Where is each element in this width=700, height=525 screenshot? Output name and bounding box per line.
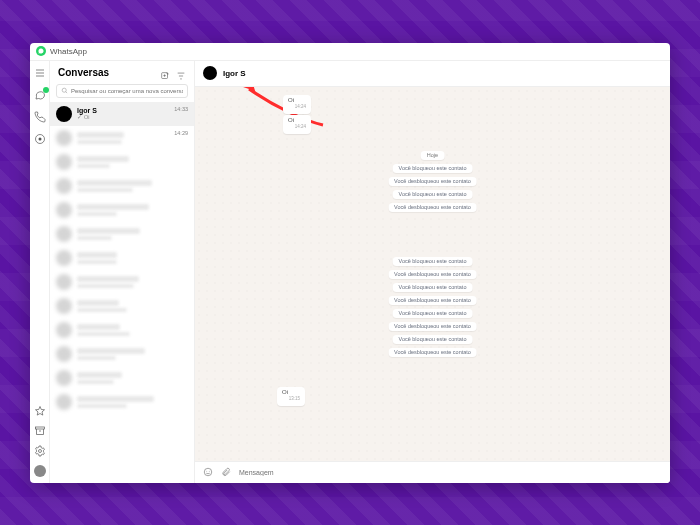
system-message-group: Você bloqueou este contatoVocê desbloque… <box>388 257 477 357</box>
blurred-preview <box>77 212 117 216</box>
blurred-name <box>77 228 140 234</box>
message-time: 14:24 <box>288 124 306 129</box>
blurred-name <box>77 396 154 402</box>
conversation-item[interactable] <box>50 390 194 414</box>
search-field[interactable] <box>71 88 183 94</box>
avatar <box>56 274 72 290</box>
chat-header[interactable]: Igor S <box>195 61 670 87</box>
conversation-item[interactable] <box>50 342 194 366</box>
blurred-name <box>77 180 152 186</box>
svg-point-8 <box>209 471 210 472</box>
chats-icon[interactable] <box>34 89 46 101</box>
conversation-time: 14:33 <box>174 106 188 112</box>
avatar <box>56 154 72 170</box>
blurred-name <box>77 156 129 162</box>
system-chip: Você bloqueou este contato <box>393 257 473 266</box>
blurred-name <box>77 132 124 138</box>
conversation-item[interactable] <box>50 366 194 390</box>
blurred-name <box>77 300 119 306</box>
avatar <box>56 178 72 194</box>
blurred-name <box>77 372 122 378</box>
conversation-item[interactable] <box>50 150 194 174</box>
me-avatar[interactable] <box>34 465 46 477</box>
system-message-group: HojeVocê bloqueou este contatoVocê desbl… <box>388 151 477 212</box>
avatar <box>56 298 72 314</box>
conversation-item[interactable]: Igor S✓Oi14:33 <box>50 102 194 126</box>
blurred-preview <box>77 284 134 288</box>
blurred-preview <box>77 260 117 264</box>
date-chip: Hoje <box>421 151 444 160</box>
system-chip: Você bloqueou este contato <box>393 164 473 173</box>
system-chip: Você bloqueou este contato <box>393 190 473 199</box>
system-chip: Você desbloqueou este contato <box>388 296 477 305</box>
avatar <box>56 202 72 218</box>
conversation-name: Igor S <box>77 107 188 114</box>
message-input[interactable] <box>239 469 662 476</box>
message-time: 13:15 <box>282 396 300 401</box>
conversation-item[interactable]: 14:29 <box>50 126 194 150</box>
svg-rect-2 <box>35 427 44 429</box>
system-chip: Você bloqueou este contato <box>393 335 473 344</box>
conversation-item[interactable] <box>50 222 194 246</box>
svg-point-7 <box>206 471 207 472</box>
menu-icon[interactable] <box>34 67 46 79</box>
system-chip: Você desbloqueou este contato <box>388 177 477 186</box>
app-title: WhatsApp <box>50 47 87 56</box>
avatar <box>56 370 72 386</box>
incoming-message: Oi14:24 <box>283 95 311 114</box>
calls-icon[interactable] <box>34 111 46 123</box>
nav-rail <box>30 61 50 483</box>
blurred-preview <box>77 308 127 312</box>
conversation-item[interactable] <box>50 174 194 198</box>
list-title: Conversas <box>58 67 109 78</box>
chat-pane: Igor S Oi14:24Oi14:24Oi13:15HojeVocê blo… <box>195 61 670 483</box>
blurred-preview <box>77 188 133 192</box>
settings-icon[interactable] <box>34 445 46 457</box>
filter-icon[interactable] <box>176 67 186 77</box>
unread-badge <box>43 87 49 93</box>
avatar <box>56 394 72 410</box>
annotation-arrow <box>235 87 325 137</box>
system-chip: Você bloqueou este contato <box>393 283 473 292</box>
composer <box>195 461 670 483</box>
avatar <box>56 226 72 242</box>
conversation-list: Conversas Igor S✓Oi14:3314:29 <box>50 61 195 483</box>
avatar <box>56 346 72 362</box>
system-chip: Você desbloqueou este contato <box>388 203 477 212</box>
conversation-item[interactable] <box>50 270 194 294</box>
svg-point-3 <box>38 449 41 452</box>
blurred-name <box>77 252 117 258</box>
message-text: Oi <box>288 117 306 123</box>
avatar <box>56 322 72 338</box>
conversation-item[interactable] <box>50 198 194 222</box>
attach-icon[interactable] <box>221 463 231 481</box>
archive-icon[interactable] <box>34 425 46 437</box>
status-icon[interactable] <box>34 133 46 145</box>
avatar <box>56 106 72 122</box>
contact-avatar <box>203 66 217 80</box>
read-check-icon: ✓ <box>77 114 82 120</box>
system-chip: Você desbloqueou este contato <box>388 270 477 279</box>
chat-body[interactable]: Oi14:24Oi14:24Oi13:15HojeVocê bloqueou e… <box>195 87 670 461</box>
conversation-time: 14:29 <box>174 130 188 136</box>
conversation-preview: Oi <box>84 114 90 120</box>
emoji-icon[interactable] <box>203 463 213 481</box>
blurred-preview <box>77 356 116 360</box>
conversation-item[interactable] <box>50 294 194 318</box>
contact-name: Igor S <box>223 69 246 78</box>
incoming-message: Oi14:24 <box>283 115 311 134</box>
search-input[interactable] <box>56 84 188 98</box>
star-icon[interactable] <box>34 405 46 417</box>
svg-point-1 <box>38 137 41 140</box>
conversation-item[interactable] <box>50 318 194 342</box>
blurred-name <box>77 276 139 282</box>
titlebar: WhatsApp <box>30 43 670 61</box>
svg-point-6 <box>204 468 212 476</box>
system-chip: Você bloqueou este contato <box>393 309 473 318</box>
conversation-item[interactable] <box>50 246 194 270</box>
new-chat-icon[interactable] <box>160 67 170 77</box>
blurred-preview <box>77 404 127 408</box>
blurred-preview <box>77 236 112 240</box>
message-text: Oi <box>288 97 306 103</box>
blurred-preview <box>77 380 114 384</box>
